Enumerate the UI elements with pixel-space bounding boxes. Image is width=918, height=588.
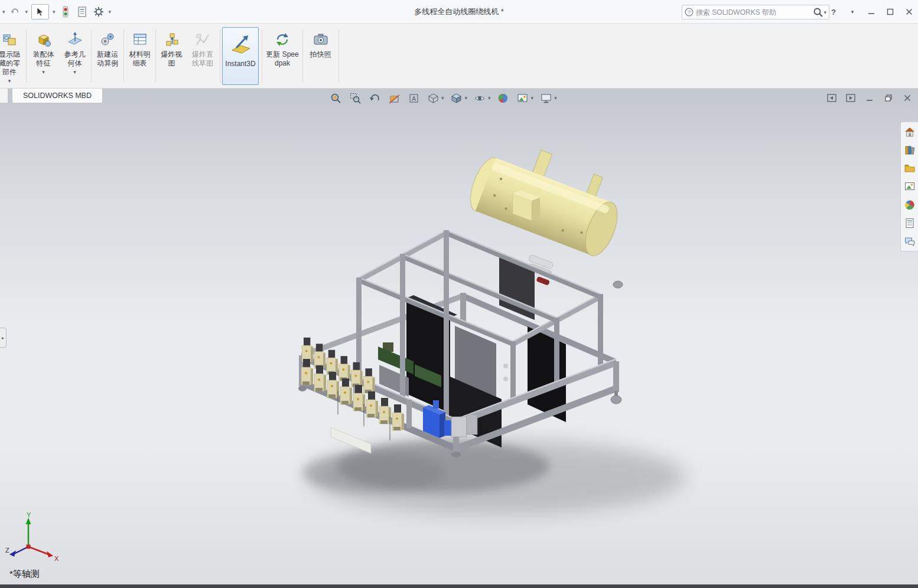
doc-restore-button[interactable]	[883, 92, 894, 104]
doc-restore-icon	[884, 94, 893, 102]
ribbon-button-show-hidden-components[interactable]: 显示隐藏的零部件 ▾	[0, 27, 24, 85]
design-library-button[interactable]	[903, 143, 917, 157]
separator	[220, 30, 220, 83]
assembly-features-icon	[35, 29, 52, 50]
qat-overflow-caret-icon[interactable]: ▾	[2, 9, 5, 15]
appearances-sphere-icon	[904, 199, 916, 211]
heads-up-view-toolbar: A ▾ ▾	[328, 91, 557, 105]
file-properties-icon	[77, 6, 87, 17]
task-pane-strip	[900, 122, 918, 251]
panel-flyout-handle[interactable]: ▸	[0, 328, 6, 348]
search-box[interactable]: ? ▾	[682, 5, 829, 19]
select-tool-button[interactable]	[31, 4, 49, 19]
view-orientation-icon	[428, 93, 439, 104]
display-style-icon	[451, 93, 462, 104]
svg-text:A: A	[412, 95, 416, 102]
file-explorer-button[interactable]	[903, 161, 917, 175]
display-style-caret-icon[interactable]: ▾	[465, 95, 468, 101]
reference-geometry-icon	[67, 29, 83, 50]
options-caret-icon[interactable]: ▾	[109, 9, 112, 15]
ribbon-button-reference-geometry[interactable]: 参考几何体 ▾	[60, 27, 90, 85]
search-icon[interactable]	[813, 7, 823, 18]
command-manager-ribbon: 显示隐藏的零部件 ▾ 装配体特征 ▾ 参考几何体 ▾	[0, 24, 918, 89]
view-settings-caret-icon[interactable]: ▾	[554, 95, 557, 101]
undo-button[interactable]	[9, 5, 22, 18]
rebuild-button[interactable]	[59, 5, 72, 18]
graphics-area-canvas[interactable]	[0, 89, 918, 584]
dropdown-caret-icon: ▾	[8, 78, 11, 84]
apply-scene-caret-icon[interactable]: ▾	[531, 95, 534, 101]
dynamic-annotation-views-button[interactable]: A	[406, 91, 421, 105]
options-button[interactable]	[92, 5, 105, 18]
ribbon-button-exploded-view[interactable]: 爆炸视图	[157, 27, 186, 85]
triad-y-label: Y	[27, 512, 31, 518]
exploded-view-icon	[164, 29, 180, 50]
machine-assembly-model[interactable]	[298, 132, 632, 458]
doc-previous-window-button[interactable]	[826, 92, 838, 104]
ribbon-button-assembly-features[interactable]: 装配体特征 ▾	[28, 27, 58, 85]
view-orientation-caret-icon[interactable]: ▾	[441, 95, 444, 101]
ribbon-button-update-speedpak[interactable]: 更新 Speedpak	[264, 27, 301, 85]
separator	[26, 30, 27, 83]
separator	[123, 30, 124, 83]
ribbon-button-instant3d[interactable]: Instant3D	[222, 27, 259, 85]
zoom-to-area-icon	[350, 93, 361, 104]
home-icon	[904, 126, 916, 138]
tab-solidworks-mbd[interactable]: SOLIDWORKS MBD	[12, 89, 103, 103]
ribbon-button-explode-line-sketch: 爆炸直线草图	[187, 27, 219, 85]
ribbon-button-new-motion-study[interactable]: 新建运动算例	[93, 27, 122, 85]
edit-appearance-button[interactable]	[496, 91, 510, 105]
model-shadow	[302, 439, 685, 515]
maximize-button[interactable]	[885, 6, 896, 17]
next-window-icon	[846, 94, 855, 102]
minimize-button[interactable]	[866, 6, 877, 17]
hide-show-items-button[interactable]	[473, 91, 487, 105]
design-library-icon	[904, 144, 916, 156]
title-bar: ▾ ▾ ▾	[0, 0, 918, 24]
view-settings-button[interactable]	[539, 91, 553, 105]
forum-button[interactable]	[903, 234, 917, 249]
doc-next-window-button[interactable]	[845, 92, 857, 104]
search-caret-icon[interactable]: ▾	[823, 9, 826, 15]
custom-properties-icon	[904, 217, 916, 229]
tab-partial[interactable]	[0, 89, 8, 103]
air-tank	[464, 132, 632, 260]
doc-close-button[interactable]	[901, 92, 913, 104]
ribbon-button-take-snapshot[interactable]: 拍快照	[304, 27, 337, 85]
command-manager-tabs: SOLIDWORKS MBD	[0, 89, 103, 104]
search-input[interactable]	[696, 8, 813, 17]
zoom-to-area-button[interactable]	[348, 91, 362, 105]
display-style-button[interactable]	[450, 91, 464, 105]
ribbon-button-bill-of-materials[interactable]: 材料明细表	[125, 27, 154, 85]
window-controls: ? ▾	[828, 0, 914, 24]
motion-study-icon	[99, 29, 116, 50]
separator	[262, 30, 262, 83]
view-palette-button[interactable]	[903, 179, 917, 194]
file-properties-button[interactable]	[76, 5, 89, 18]
apply-scene-button[interactable]	[516, 91, 530, 105]
update-speedpak-icon	[274, 29, 291, 50]
document-window-controls	[826, 92, 913, 104]
zoom-to-fit-button[interactable]	[328, 91, 343, 105]
hide-show-items-caret-icon[interactable]: ▾	[488, 95, 491, 101]
custom-properties-button[interactable]	[903, 216, 917, 230]
reference-triad: Y X Z	[5, 512, 64, 566]
section-view-button[interactable]	[387, 91, 401, 105]
previous-view-button[interactable]	[367, 91, 382, 105]
resources-home-button[interactable]	[903, 125, 917, 139]
undo-caret-icon[interactable]: ▾	[25, 9, 28, 15]
separator	[302, 30, 303, 83]
taskbar-edge	[0, 584, 918, 588]
dropdown-caret-icon: ▾	[42, 69, 45, 75]
view-orientation-button[interactable]	[426, 91, 440, 105]
help-caret-icon[interactable]: ▾	[847, 6, 858, 17]
close-button[interactable]	[904, 6, 914, 17]
appearances-scenes-button[interactable]	[903, 198, 917, 212]
doc-minimize-button[interactable]	[864, 92, 875, 104]
dynamic-annotation-views-icon: A	[408, 93, 419, 104]
viewport[interactable]: SOLIDWORKS MBD	[0, 89, 918, 584]
doc-minimize-icon	[865, 94, 874, 102]
help-button[interactable]: ?	[828, 6, 839, 17]
select-cursor-icon	[36, 7, 44, 17]
select-tool-caret-icon[interactable]: ▾	[53, 9, 56, 15]
